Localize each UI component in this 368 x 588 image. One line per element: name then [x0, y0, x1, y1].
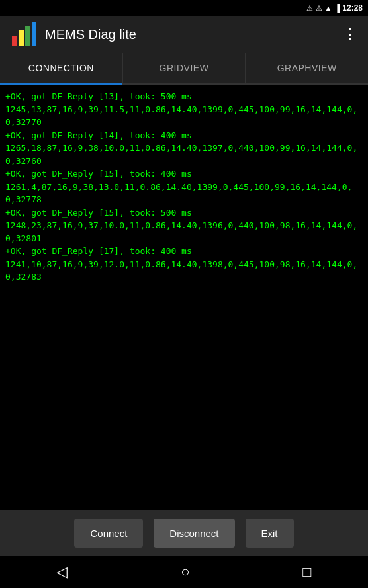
home-nav-icon[interactable]: ○ [181, 564, 189, 581]
console-line-2: 1245,13,87,16,9,39,11.5,11,0.86,14.40,13… [5, 103, 363, 129]
menu-icon[interactable]: ⋮ [343, 26, 357, 43]
notification-icon1: ⚠ [306, 4, 313, 13]
console-line-9: +OK, got DF_Reply [17], took: 400 ms [5, 245, 363, 258]
app-logo [11, 21, 37, 48]
svg-rect-3 [32, 22, 36, 46]
console-line-6: 1261,4,87,16,9,38,13.0,11,0.86,14.40,139… [5, 181, 363, 206]
svg-rect-0 [12, 36, 17, 46]
svg-rect-1 [19, 30, 24, 46]
app-bar: MEMS Diag lite ⋮ [0, 16, 368, 53]
tab-bar: CONNECTION GRIDVIEW GRAPHVIEW [0, 53, 368, 85]
tab-connection[interactable]: CONNECTION [0, 53, 123, 83]
console-line-1: +OK, got DF_Reply [13], took: 500 ms [5, 90, 363, 103]
console-line-4: 1265,18,87,16,9,38,10.0,11,0.86,14.40,13… [5, 142, 363, 167]
battery-icon: ▐ [335, 4, 340, 12]
console-line-5: +OK, got DF_Reply [15], took: 400 ms [5, 167, 363, 181]
recent-nav-icon[interactable]: □ [302, 564, 311, 581]
status-icons: ⚠ ⚠ ▲ ▐ 12:28 [306, 3, 363, 13]
button-area: Connect Disconnect Exit [0, 510, 368, 556]
console-line-3: +OK, got DF_Reply [14], took: 400 ms [5, 129, 363, 142]
tab-graphview[interactable]: GRAPHVIEW [246, 53, 368, 83]
tab-gridview[interactable]: GRIDVIEW [123, 53, 246, 83]
wifi-icon: ▲ [325, 4, 332, 12]
exit-button[interactable]: Exit [246, 519, 294, 548]
back-nav-icon[interactable]: ◁ [56, 564, 68, 581]
connect-button[interactable]: Connect [74, 519, 143, 548]
console-output: +OK, got DF_Reply [13], took: 500 ms 124… [0, 85, 368, 510]
nav-bar: ◁ ○ □ [0, 556, 368, 588]
svg-rect-2 [25, 26, 30, 46]
app-title: MEMS Diag lite [45, 27, 335, 42]
notification-icon2: ⚠ [316, 4, 322, 13]
console-line-8: 1248,23,87,16,9,37,10.0,11,0.86,14.40,13… [5, 219, 363, 245]
status-time: 12:28 [342, 3, 363, 13]
disconnect-button[interactable]: Disconnect [154, 519, 234, 548]
console-line-10: 1241,10,87,16,9,39,12.0,11,0.86,14.40,13… [5, 258, 363, 284]
console-line-7: +OK, got DF_Reply [15], took: 500 ms [5, 206, 363, 220]
status-bar: ⚠ ⚠ ▲ ▐ 12:28 [0, 0, 368, 16]
